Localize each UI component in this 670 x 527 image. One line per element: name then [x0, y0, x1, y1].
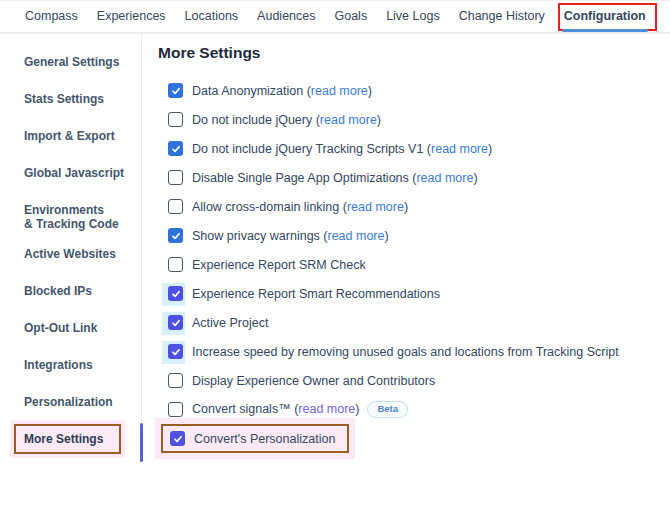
checkbox-convert-signals[interactable] — [168, 402, 183, 417]
page-title: More Settings — [158, 44, 670, 62]
setting-label: Convert signals™ (read more)Beta — [192, 401, 408, 418]
setting-label: Data Anonymization (read more) — [192, 84, 372, 98]
paren-close: ) — [473, 171, 477, 185]
sidebar-item-label: Personalization — [24, 395, 113, 409]
sidebar-item-more-settings[interactable]: More Settings — [24, 432, 141, 446]
active-section-indicator — [140, 423, 143, 462]
read-more-link[interactable]: read more — [328, 229, 385, 243]
sidebar-item-label: Environments & Tracking Code — [24, 203, 119, 231]
checkbox-active-project[interactable] — [168, 315, 183, 330]
tab-locations[interactable]: Locations — [185, 0, 239, 33]
settings-list: Data Anonymization (read more)Do not inc… — [158, 83, 670, 446]
checkmark-icon — [171, 347, 181, 357]
sidebar-item-active-websites[interactable]: Active Websites — [24, 247, 141, 261]
sidebar: General SettingsStats SettingsImport & E… — [0, 33, 141, 527]
setting-row: Increase speed by removing unused goals … — [158, 344, 670, 359]
setting-row: Do not include jQuery (read more) — [158, 112, 670, 127]
sidebar-item-label: Global Javascript — [24, 166, 124, 180]
checkbox-allow-cross-domain-linking[interactable] — [168, 199, 183, 214]
read-more-link[interactable]: read more — [311, 84, 368, 98]
read-more-link[interactable]: read more — [298, 402, 355, 416]
read-more-link[interactable]: read more — [416, 171, 473, 185]
sidebar-item-stats-settings[interactable]: Stats Settings — [24, 92, 141, 106]
tab-audiences[interactable]: Audiences — [257, 0, 315, 33]
setting-label: Show privacy warnings (read more) — [192, 229, 389, 243]
checkbox-do-not-include-jquery[interactable] — [168, 112, 183, 127]
paren-close: ) — [404, 200, 408, 214]
paren-close: ) — [368, 84, 372, 98]
setting-row: Do not include jQuery Tracking Scripts V… — [158, 141, 670, 156]
setting-row: Disable Single Page App Optimizations (r… — [158, 170, 670, 185]
setting-label: Display Experience Owner and Contributor… — [192, 374, 435, 388]
sidebar-item-label: Import & Export — [24, 129, 115, 143]
checkmark-icon — [171, 231, 181, 241]
sidebar-item-label: Integrations — [24, 358, 93, 372]
sidebar-item-opt-out-link[interactable]: Opt-Out Link — [24, 321, 141, 335]
sidebar-item-label: Active Websites — [24, 247, 116, 261]
tab-live-logs[interactable]: Live Logs — [386, 0, 440, 33]
main-content: More Settings Data Anonymization (read m… — [142, 33, 670, 527]
sidebar-item-label: Opt-Out Link — [24, 321, 97, 335]
checkbox-convert-s-personalization[interactable] — [170, 431, 185, 446]
setting-label: Increase speed by removing unused goals … — [192, 345, 619, 359]
checkmark-icon — [173, 434, 183, 444]
setting-label: Allow cross-domain linking (read more) — [192, 200, 408, 214]
setting-label: Active Project — [192, 316, 268, 330]
setting-label: Do not include jQuery (read more) — [192, 113, 381, 127]
setting-label: Convert's Personalization — [194, 432, 335, 446]
setting-row: Convert signals™ (read more)Beta — [158, 402, 670, 417]
tab-experiences[interactable]: Experiences — [97, 0, 166, 33]
setting-row: Data Anonymization (read more) — [158, 83, 670, 98]
setting-label: Disable Single Page App Optimizations (r… — [192, 171, 478, 185]
setting-row: Show privacy warnings (read more) — [158, 228, 670, 243]
sidebar-item-environments-tracking-code[interactable]: Environments & Tracking Code — [24, 203, 141, 231]
setting-row: Experience Report Smart Recommendations — [158, 286, 670, 301]
checkmark-icon — [171, 318, 181, 328]
top-nav: CompassExperiencesLocationsAudiencesGoal… — [0, 0, 670, 33]
checkmark-icon — [171, 144, 181, 154]
sidebar-divider — [141, 33, 142, 462]
read-more-link[interactable]: read more — [431, 142, 488, 156]
read-more-link[interactable]: read more — [347, 200, 404, 214]
sidebar-item-label: Blocked IPs — [24, 284, 92, 298]
sidebar-item-label: Stats Settings — [24, 92, 104, 106]
checkbox-experience-report-srm-check[interactable] — [168, 257, 183, 272]
setting-row: Allow cross-domain linking (read more) — [158, 199, 670, 214]
tab-configuration[interactable]: Configuration — [564, 0, 646, 33]
checkbox-experience-report-smart-recommendations[interactable] — [168, 286, 183, 301]
paren-close: ) — [384, 229, 388, 243]
annotation-box-brown: Convert's Personalization — [161, 424, 349, 453]
tab-compass[interactable]: Compass — [25, 0, 78, 33]
setting-row: Active Project — [158, 315, 670, 330]
paren-close: ) — [355, 402, 359, 416]
sidebar-item-global-javascript[interactable]: Global Javascript — [24, 166, 141, 180]
sidebar-item-integrations[interactable]: Integrations — [24, 358, 141, 372]
setting-row: Convert's Personalization — [158, 431, 670, 446]
sidebar-item-personalization[interactable]: Personalization — [24, 395, 141, 409]
setting-label: Experience Report SRM Check — [192, 258, 366, 272]
paren-close: ) — [377, 113, 381, 127]
tab-change-history[interactable]: Change History — [459, 0, 545, 33]
paren-close: ) — [488, 142, 492, 156]
checkbox-show-privacy-warnings[interactable] — [168, 228, 183, 243]
checkbox-disable-single-page-app-optimizations[interactable] — [168, 170, 183, 185]
checkbox-do-not-include-jquery-tracking-scripts-v1[interactable] — [168, 141, 183, 156]
setting-row: Display Experience Owner and Contributor… — [158, 373, 670, 388]
read-more-link[interactable]: read more — [320, 113, 377, 127]
checkmark-icon — [171, 289, 181, 299]
tab-goals[interactable]: Goals — [334, 0, 367, 33]
checkbox-increase-speed-by-removing-unused-goals-and-locations-from-tracking-script[interactable] — [168, 344, 183, 359]
page-body: General SettingsStats SettingsImport & E… — [0, 33, 670, 527]
checkmark-icon — [171, 86, 181, 96]
sidebar-item-import-export[interactable]: Import & Export — [24, 129, 141, 143]
sidebar-item-label: General Settings — [24, 55, 119, 69]
sidebar-item-blocked-ips[interactable]: Blocked IPs — [24, 284, 141, 298]
beta-badge: Beta — [367, 401, 408, 418]
setting-label: Do not include jQuery Tracking Scripts V… — [192, 142, 492, 156]
setting-row: Experience Report SRM Check — [158, 257, 670, 272]
checkbox-data-anonymization[interactable] — [168, 83, 183, 98]
sidebar-item-label: More Settings — [14, 424, 121, 454]
setting-label: Experience Report Smart Recommendations — [192, 287, 440, 301]
checkbox-display-experience-owner-and-contributors[interactable] — [168, 373, 183, 388]
sidebar-item-general-settings[interactable]: General Settings — [24, 55, 141, 69]
